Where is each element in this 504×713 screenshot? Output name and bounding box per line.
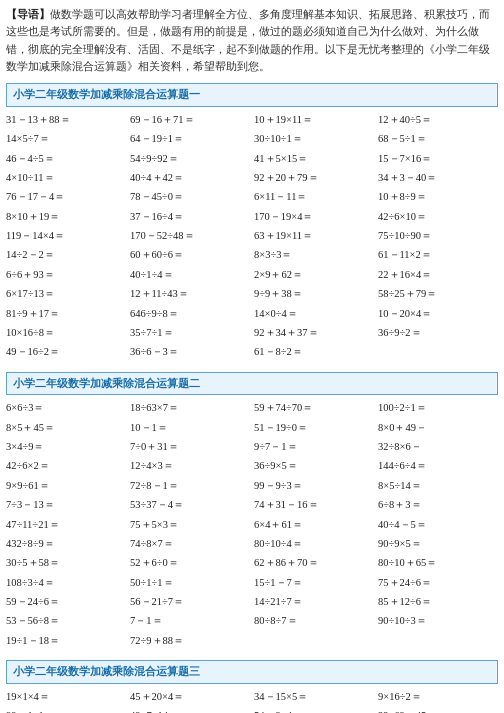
- problem-item: 90÷10÷3＝: [378, 612, 498, 630]
- problem-item: 54－9×4＝: [254, 707, 374, 713]
- problem-item: 40÷4－5＝: [378, 516, 498, 534]
- section-1: 小学二年级数学加减乘除混合运算题一31－13＋88＝69－16＋71＝10＋19…: [6, 83, 498, 361]
- problem-item: 32÷8×6－: [378, 438, 498, 456]
- problems-grid-1: 31－13＋88＝69－16＋71＝10＋19×11＝12＋40÷5＝14×5÷…: [6, 111, 498, 362]
- problem-item: 61－11×2＝: [378, 246, 498, 264]
- problem-item: 170－19×4＝: [254, 208, 374, 226]
- problem-item: 92＋20＋79＝: [254, 169, 374, 187]
- problem-item: 10－1＝: [130, 419, 250, 437]
- problems-grid-2: 6×6÷3＝18÷63×7＝59＋74÷70＝100÷2÷1＝8×5＋45＝10…: [6, 399, 498, 650]
- problem-item: 170－52÷48＝: [130, 227, 250, 245]
- problem-item: 46－4÷5＝: [6, 150, 126, 168]
- problem-item: 99－9÷3＝: [254, 477, 374, 495]
- problem-item: 36÷9×5＝: [254, 457, 374, 475]
- problem-item: 90÷9×5＝: [378, 535, 498, 553]
- problem-item: 75＋24÷6＝: [378, 574, 498, 592]
- problem-item: 119－14×4＝: [6, 227, 126, 245]
- problem-item: 4×10÷11＝: [6, 169, 126, 187]
- problem-item: 15－7×16＝: [378, 150, 498, 168]
- problem-item: 10×16÷8＝: [6, 324, 126, 342]
- problems-grid-3: 19×1×4＝45＋20×4＝34－15×5＝9×16÷2＝99－1÷1＝49×…: [6, 688, 498, 713]
- problem-item: 2×9＋62＝: [254, 266, 374, 284]
- section-title-1: 小学二年级数学加减乘除混合运算题一: [6, 83, 498, 107]
- problem-item: 51－19÷0＝: [254, 419, 374, 437]
- intro-text: 【导语】做数学题可以高效帮助学习者理解全方位、多角度理解基本知识、拓展思路、积累…: [6, 6, 498, 75]
- problem-item: 144÷6÷4＝: [378, 457, 498, 475]
- problem-item: 9÷7－1＝: [254, 438, 374, 456]
- problem-item: 72÷8－1＝: [130, 477, 250, 495]
- section-title-3: 小学二年级数学加减乘除混合运算题三: [6, 660, 498, 684]
- problem-item: 3×4÷9＝: [6, 438, 126, 456]
- problem-item: 30÷5＋58＝: [6, 554, 126, 572]
- section-title-2: 小学二年级数学加减乘除混合运算题二: [6, 372, 498, 396]
- problem-item: 42÷6×2＝: [6, 457, 126, 475]
- problem-item: 19×1×4＝: [6, 688, 126, 706]
- problem-item: 22＋16×4＝: [378, 266, 498, 284]
- problem-item: 646÷9÷8＝: [130, 305, 250, 323]
- problem-item: 72÷9＋88＝: [130, 632, 250, 650]
- problem-item: 12＋40÷5＝: [378, 111, 498, 129]
- problem-item: 10＋8÷9＝: [378, 188, 498, 206]
- intro-bracket: 【导语】: [6, 9, 50, 20]
- problem-item: 10－20×4＝: [378, 305, 498, 323]
- problem-item: 45＋20×4＝: [130, 688, 250, 706]
- problem-item: 54÷9÷92＝: [130, 150, 250, 168]
- problem-item: 8×3÷3＝: [254, 246, 374, 264]
- problem-item: 6÷8＋3＝: [378, 496, 498, 514]
- problem-item: 75÷10÷90＝: [378, 227, 498, 245]
- problem-item: 10＋19×11＝: [254, 111, 374, 129]
- page-container: 【导语】做数学题可以高效帮助学习者理解全方位、多角度理解基本知识、拓展思路、积累…: [6, 6, 498, 713]
- problem-item: 14÷2－2＝: [6, 246, 126, 264]
- problem-item: 80÷8÷7＝: [254, 612, 374, 630]
- problem-item: 62＋86＋70＝: [254, 554, 374, 572]
- problem-item: 8×10＋19＝: [6, 208, 126, 226]
- problem-item: 59＋74÷70＝: [254, 399, 374, 417]
- problem-item: 32÷69－45＝: [378, 707, 498, 713]
- problem-item: 41＋5×15＝: [254, 150, 374, 168]
- problem-item: 58÷25＋79＝: [378, 285, 498, 303]
- problem-item: 75＋5×3＝: [130, 516, 250, 534]
- problem-item: 12÷4×3＝: [130, 457, 250, 475]
- problem-item: 7－1＝: [130, 612, 250, 630]
- problem-item: 9×9÷61＝: [6, 477, 126, 495]
- problem-item: 40÷4＋42＝: [130, 169, 250, 187]
- problem-item: 8×5＋45＝: [6, 419, 126, 437]
- problem-item: 92＋34＋37＝: [254, 324, 374, 342]
- problem-item: 50÷1÷1＝: [130, 574, 250, 592]
- problem-item: 49－16÷2＝: [6, 343, 126, 361]
- problem-item: 7÷3－13＝: [6, 496, 126, 514]
- section-3: 小学二年级数学加减乘除混合运算题三19×1×4＝45＋20×4＝34－15×5＝…: [6, 660, 498, 713]
- section-2: 小学二年级数学加减乘除混合运算题二6×6÷3＝18÷63×7＝59＋74÷70＝…: [6, 372, 498, 650]
- problem-item: 56－21÷7＝: [130, 593, 250, 611]
- problem-item: 432÷8÷9＝: [6, 535, 126, 553]
- problem-item: 69－16＋71＝: [130, 111, 250, 129]
- problem-item: 80÷10＋65＝: [378, 554, 498, 572]
- problem-item: 53÷37－4＝: [130, 496, 250, 514]
- problem-item: 8×5÷14＝: [378, 477, 498, 495]
- problem-item: 6×6÷3＝: [6, 399, 126, 417]
- problem-item: 36÷6－3＝: [130, 343, 250, 361]
- problem-item: 47÷11÷21＝: [6, 516, 126, 534]
- problem-item: 59－24÷6＝: [6, 593, 126, 611]
- problem-item: 30÷10÷1＝: [254, 130, 374, 148]
- problem-item: 52＋6÷0＝: [130, 554, 250, 572]
- problem-item: 6×17÷13＝: [6, 285, 126, 303]
- problem-item: 6÷6＋93＝: [6, 266, 126, 284]
- problem-item: 34－15×5＝: [254, 688, 374, 706]
- problem-item: 61－8÷2＝: [254, 343, 374, 361]
- problem-item: 80÷10÷4＝: [254, 535, 374, 553]
- problem-item: 6×11－11＝: [254, 188, 374, 206]
- problem-item: 19÷1－18＝: [6, 632, 126, 650]
- problem-item: 18÷63×7＝: [130, 399, 250, 417]
- problem-item: 60＋60÷6＝: [130, 246, 250, 264]
- problem-item: 108÷3÷4＝: [6, 574, 126, 592]
- problem-item: 7÷0＋31＝: [130, 438, 250, 456]
- problem-item: 35÷7÷1＝: [130, 324, 250, 342]
- problem-item: 6×4＋61＝: [254, 516, 374, 534]
- problem-item: 8×0＋49－: [378, 419, 498, 437]
- problem-item: 78－45÷0＝: [130, 188, 250, 206]
- problem-item: 99－1÷1＝: [6, 707, 126, 713]
- problem-item: 14×0÷4＝: [254, 305, 374, 323]
- problem-item: 15÷1－7＝: [254, 574, 374, 592]
- problem-item: 36÷9÷2＝: [378, 324, 498, 342]
